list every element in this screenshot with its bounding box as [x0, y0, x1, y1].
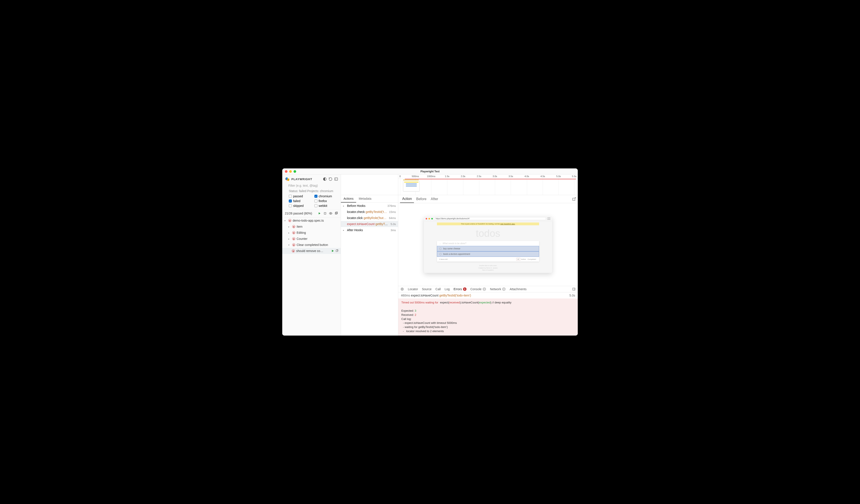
error-icon — [292, 249, 295, 252]
error-icon — [292, 243, 295, 246]
todo-footer: 2 items left All Active Completed — [437, 257, 539, 262]
action-row[interactable]: locator.check getByTestId('t…15ms — [341, 209, 398, 215]
open-source-icon[interactable] — [335, 249, 339, 252]
terminal-icon[interactable] — [334, 177, 338, 181]
preview-browser: https://demo.playwright.dev/todomvc/#/ T… — [424, 216, 552, 273]
titlebar: Playwright Test — [282, 168, 578, 175]
bottom-tabs: Locator Source Call Log Errors1 Console1… — [398, 286, 578, 292]
window-title: Playwright Test — [282, 170, 578, 173]
bottom-panel: Locator Source Call Log Errors1 Console1… — [398, 286, 578, 336]
side-panel-icon[interactable] — [572, 287, 576, 291]
tree-file[interactable]: ▾demo-todo-app.spec.ts — [282, 218, 341, 224]
tree-suite[interactable]: ▾Clear completed button — [282, 242, 341, 248]
svg-rect-2 — [324, 212, 326, 214]
timeline-error-bar — [405, 179, 576, 179]
test-tree: ▾demo-todo-app.spec.ts ▸Item ▸Editing ▸C… — [282, 218, 341, 336]
tree-suite[interactable]: ▸Counter — [282, 236, 341, 242]
tree-test[interactable]: should remove co… — [282, 248, 341, 254]
theme-toggle-icon[interactable] — [323, 177, 327, 181]
run-icon[interactable] — [318, 212, 321, 215]
todos-title: todos — [424, 227, 552, 241]
error-icon — [292, 225, 295, 228]
timeline-ticks: 0 500ms 1000ms 1.5s 2.0s 2.5s 3.0s 3.5s … — [398, 175, 578, 178]
tab-action[interactable]: Action — [400, 195, 414, 203]
error-icon — [288, 219, 291, 222]
svg-rect-10 — [573, 288, 575, 291]
maximize-button[interactable] — [293, 170, 296, 173]
snapshot-tabs: Action Before After — [398, 195, 578, 203]
tree-suite[interactable]: ▸Item — [282, 224, 341, 229]
traffic-lights — [282, 170, 296, 173]
errors-badge: 1 — [463, 287, 467, 291]
app-body: 🎭 PLAYWRIGHT Status: failed Projects: ch… — [282, 175, 578, 336]
collapse-icon[interactable] — [334, 212, 338, 215]
snapshot-preview: https://demo.playwright.dev/todomvc/#/ T… — [398, 203, 578, 286]
tab-locator[interactable]: Locator — [408, 287, 418, 291]
detail-panel: 0 500ms 1000ms 1.5s 2.0s 2.5s 3.0s 3.5s … — [398, 175, 578, 336]
minimize-button[interactable] — [289, 170, 292, 173]
tab-attachments[interactable]: Attachments — [510, 287, 527, 291]
tab-before[interactable]: Before — [414, 195, 429, 203]
error-header: 460ms expect.toHaveCount getByTestId('to… — [398, 292, 578, 298]
preview-credits: Double-click to edit a todo Created by R… — [424, 263, 552, 273]
action-row[interactable]: expect.toHaveCount getByTe…5.0s — [341, 221, 398, 227]
checkbox-skipped[interactable]: skipped — [289, 204, 313, 208]
error-body: Timed out 5000ms waiting for expect(rece… — [398, 298, 578, 336]
timeline-action-bar — [403, 180, 419, 180]
checkbox-chromium[interactable]: ✓chromium — [314, 194, 338, 198]
watch-icon[interactable] — [329, 212, 332, 215]
svg-point-3 — [330, 213, 331, 214]
test-summary: 21/26 passed (80%) — [285, 212, 312, 215]
tab-actions[interactable]: Actions — [341, 195, 356, 203]
actions-panel: Actions Metadata ▸Before Hooks376ms loca… — [341, 175, 398, 336]
playwright-logo-icon: 🎭 — [285, 177, 290, 181]
timeline-thumbnail[interactable] — [403, 181, 419, 191]
checkbox-passed[interactable]: passed — [289, 194, 313, 198]
app-window: Playwright Test 🎭 PLAYWRIGHT Status: fai… — [282, 168, 578, 336]
hamburger-icon — [547, 218, 550, 220]
tree-suite[interactable]: ▸Editing — [282, 229, 341, 236]
checkbox-firefox[interactable]: firefox — [314, 199, 338, 203]
preview-close-icon — [426, 218, 427, 220]
action-row[interactable]: ▸After Hooks3ms — [341, 227, 398, 233]
sidebar-header: 🎭 PLAYWRIGHT — [282, 175, 341, 183]
stop-icon[interactable] — [323, 212, 327, 215]
close-button[interactable] — [285, 170, 287, 173]
todo-app: ⌄What needs to be done? buy some cheese … — [437, 241, 539, 262]
sidebar: 🎭 PLAYWRIGHT Status: failed Projects: ch… — [282, 175, 341, 336]
tab-log[interactable]: Log — [445, 287, 449, 291]
action-row[interactable]: ▸Before Hooks376ms — [341, 203, 398, 209]
reload-icon[interactable] — [329, 177, 332, 181]
demo-banner: This is just a demo of TodoMVC for testi… — [437, 222, 539, 225]
tab-call[interactable]: Call — [435, 287, 441, 291]
error-icon — [292, 237, 295, 240]
timeline-segment-left — [341, 175, 398, 195]
svg-rect-5 — [336, 212, 338, 213]
svg-rect-4 — [335, 212, 337, 214]
tab-errors[interactable]: Errors1 — [454, 287, 467, 291]
preview-max-icon — [431, 218, 433, 220]
actions-tabs: Actions Metadata — [341, 195, 398, 203]
preview-min-icon — [429, 218, 430, 220]
actions-list: ▸Before Hooks376ms locator.check getByTe… — [341, 203, 398, 233]
preview-url: https://demo.playwright.dev/todomvc/#/ — [434, 217, 546, 220]
target-icon[interactable] — [400, 287, 404, 291]
filter-input[interactable] — [288, 184, 339, 187]
tab-after[interactable]: After — [429, 195, 441, 203]
action-row[interactable]: locator.click getByRole('but…64ms — [341, 215, 398, 221]
tab-metadata[interactable]: Metadata — [356, 195, 374, 203]
checkbox-webkit[interactable]: webkit — [314, 204, 338, 208]
tab-console[interactable]: Console1 — [470, 287, 486, 291]
tab-source[interactable]: Source — [422, 287, 431, 291]
brand-label: PLAYWRIGHT — [291, 178, 321, 181]
test-summary-bar: 21/26 passed (80%) — [282, 209, 341, 218]
timeline[interactable]: 0 500ms 1000ms 1.5s 2.0s 2.5s 3.0s 3.5s … — [398, 175, 578, 195]
checkbox-failed[interactable]: ✓failed — [289, 199, 313, 203]
run-test-icon[interactable] — [331, 249, 334, 252]
todo-input: ⌄What needs to be done? — [437, 241, 539, 246]
todo-item: book a doctors appointment — [437, 251, 539, 257]
filter-status: Status: failed Projects: chromium — [282, 189, 341, 194]
tab-network[interactable]: Network6 — [490, 287, 506, 291]
console-badge: 1 — [483, 287, 486, 291]
open-external-icon[interactable] — [572, 197, 576, 201]
